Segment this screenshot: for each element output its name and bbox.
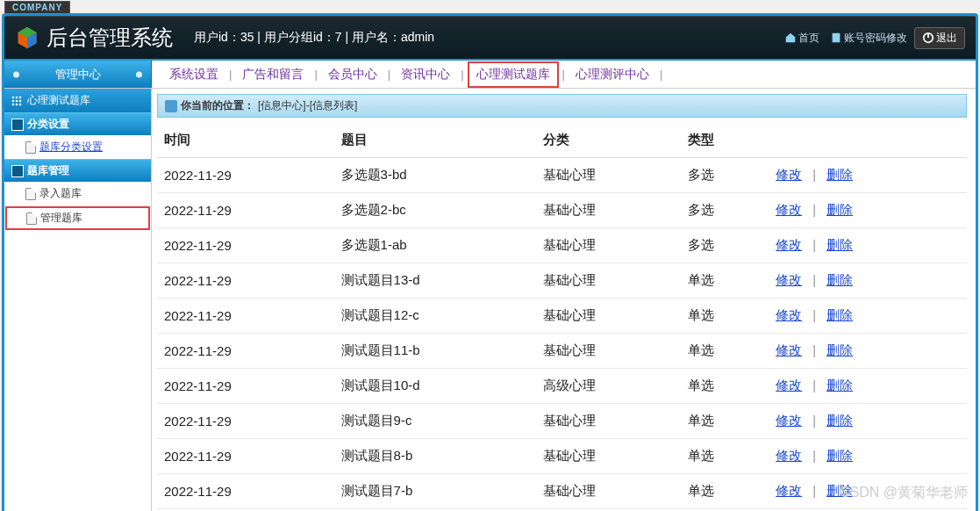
table-cell-time: 2022-11-29: [157, 404, 334, 439]
edit-link[interactable]: 修改: [776, 378, 802, 392]
edit-link[interactable]: 修改: [776, 413, 802, 428]
table-cell-actions: 修改|删除: [769, 263, 967, 299]
edit-link[interactable]: 修改: [776, 237, 802, 252]
table-cell-time: 2022-11-29: [157, 334, 334, 369]
app-title: 后台管理系统: [46, 24, 173, 52]
table-cell-actions: 修改|删除: [769, 334, 967, 369]
table-row: 2022-11-29多选题2-bc基础心理多选修改|删除: [157, 193, 967, 228]
delete-link[interactable]: 删除: [826, 272, 853, 287]
edit-link[interactable]: 修改: [776, 167, 802, 182]
sidebar-section-header: 题库管理: [4, 159, 151, 182]
topnav-item[interactable]: 广告和留言: [235, 67, 311, 83]
nav-separator: |: [225, 68, 235, 81]
document-icon: [830, 32, 842, 44]
svg-point-8: [19, 96, 22, 98]
password-link[interactable]: 账号密码修改: [826, 29, 911, 47]
nav-separator: |: [311, 68, 320, 81]
edit-link[interactable]: 修改: [776, 342, 802, 357]
action-separator: |: [802, 237, 826, 252]
action-separator: |: [802, 342, 826, 357]
table-cell-title: 测试题目9-c: [334, 404, 536, 439]
content-area: 你当前的位置： [信息中心]-[信息列表] 时间题目分类类型 2022-11-2…: [152, 89, 976, 511]
table-cell-time: 2022-11-29: [157, 158, 334, 193]
topnav-item[interactable]: 资讯中心: [394, 67, 457, 83]
edit-link[interactable]: 修改: [776, 307, 802, 322]
table-cell-cat: 基础心理: [536, 439, 681, 474]
topnav-item[interactable]: 心理测评中心: [569, 67, 656, 83]
sidebar-item-label[interactable]: 题库分类设置: [39, 140, 103, 155]
table-row: 2022-11-29多选题3-bd基础心理多选修改|删除: [157, 158, 967, 193]
table-row: 2022-11-29测试题目13-d基础心理单选修改|删除: [157, 263, 967, 299]
delete-link[interactable]: 删除: [826, 448, 853, 463]
table-header-cell: 题目: [334, 123, 536, 158]
delete-link[interactable]: 删除: [826, 413, 853, 428]
sidebar-item-label[interactable]: 录入题库: [39, 186, 82, 201]
power-icon: [922, 32, 934, 44]
table-header-cell: [769, 123, 967, 158]
edit-link[interactable]: 修改: [776, 483, 802, 498]
sidebar-item[interactable]: 题库分类设置: [4, 135, 151, 159]
action-separator: |: [802, 378, 826, 392]
table-cell-type: 单选: [681, 334, 769, 369]
table-cell-actions: 修改|删除: [769, 474, 967, 509]
svg-point-7: [16, 96, 18, 98]
table-cell-time: 2022-11-29: [157, 299, 334, 334]
sidebar-item[interactable]: 录入题库: [4, 182, 151, 205]
action-separator: |: [802, 307, 826, 322]
sidebar-item-label[interactable]: 管理题库: [40, 211, 82, 226]
table-cell-actions: 修改|删除: [769, 369, 967, 404]
sidebar: 心理测试题库 分类设置题库分类设置题库管理录入题库管理题库: [4, 89, 152, 511]
action-separator: |: [802, 272, 826, 287]
table-header-cell: 类型: [681, 123, 769, 158]
svg-point-14: [19, 103, 22, 105]
home-link[interactable]: 首页: [781, 29, 823, 47]
header-bar: 后台管理系统 用户id：35 | 用户分组id：7 | 用户名：admin 首页…: [4, 16, 976, 59]
table-cell-time: 2022-11-29: [157, 369, 334, 404]
svg-point-13: [16, 103, 18, 105]
home-icon: [784, 32, 797, 44]
delete-link[interactable]: 删除: [826, 483, 853, 498]
delete-link[interactable]: 删除: [826, 167, 853, 182]
delete-link[interactable]: 删除: [826, 307, 853, 322]
action-separator: |: [802, 167, 826, 182]
edit-link[interactable]: 修改: [776, 202, 802, 217]
edit-link[interactable]: 修改: [776, 272, 802, 287]
action-separator: |: [802, 413, 826, 428]
table-cell-actions: 修改|删除: [769, 299, 967, 334]
topnav-item[interactable]: 会员中心: [321, 67, 384, 83]
svg-point-11: [19, 99, 22, 102]
table-cell-cat: 基础心理: [536, 334, 681, 369]
delete-link[interactable]: 删除: [826, 378, 853, 392]
breadcrumb-icon: [165, 100, 177, 112]
action-separator: |: [802, 202, 826, 217]
delete-link[interactable]: 删除: [826, 237, 853, 252]
topnav-item[interactable]: 系统设置: [162, 67, 225, 83]
action-separator: |: [802, 448, 826, 463]
table-cell-title: 多选题1-ab: [334, 228, 536, 263]
company-label: COMPANY: [4, 1, 70, 13]
table-cell-cat: 基础心理: [536, 474, 681, 509]
section-icon: [11, 119, 24, 131]
table-cell-actions: 修改|删除: [769, 193, 967, 228]
table-cell-time: 2022-11-29: [157, 228, 334, 263]
sidebar-item[interactable]: 管理题库: [5, 206, 150, 230]
sidebar-section-title: 题库管理: [27, 163, 69, 178]
table-row: 2022-11-29测试题目12-c基础心理单选修改|删除: [157, 299, 967, 334]
sidebar-crumb-label: 心理测试题库: [27, 93, 90, 108]
nav-separator: |: [559, 68, 569, 81]
topnav-item[interactable]: 心理测试题库: [468, 61, 559, 88]
logo-icon: [15, 25, 39, 50]
table-cell-title: 测试题目11-b: [334, 334, 536, 369]
delete-link[interactable]: 删除: [826, 202, 853, 217]
top-nav: 管理中心 系统设置|广告和留言|会员中心|资讯中心|心理测试题库|心理测评中心|: [4, 59, 976, 89]
exit-button[interactable]: 退出: [914, 27, 965, 49]
table-header-cell: 时间: [157, 123, 334, 158]
table-cell-cat: 基础心理: [536, 263, 681, 299]
table-cell-type: 多选: [681, 193, 769, 228]
table-cell-type: 单选: [681, 369, 769, 404]
table-cell-title: 测试题目10-d: [334, 369, 536, 404]
delete-link[interactable]: 删除: [826, 342, 853, 357]
nav-management-center[interactable]: 管理中心: [4, 61, 152, 88]
table-cell-type: 多选: [681, 228, 769, 263]
edit-link[interactable]: 修改: [776, 448, 802, 463]
